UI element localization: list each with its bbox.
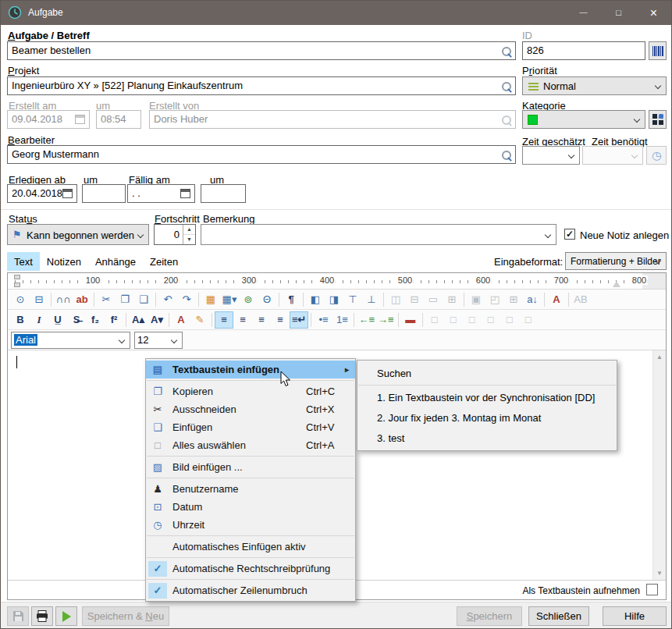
run-tool-button[interactable] (55, 606, 77, 626)
submenu-item-textbaustein-2[interactable]: 2. Jour fix jeden 3. Montag im Monat (357, 407, 617, 428)
font-size-select[interactable]: 12 (134, 332, 183, 349)
indent-marker-top[interactable] (14, 275, 20, 279)
undo-icon[interactable]: ↶ (158, 291, 177, 308)
submenu-item-suchen[interactable]: Suchen (357, 363, 617, 383)
menu-item-automatisches-einfuegen[interactable]: Automatisches Einfügen aktiv (146, 538, 355, 556)
spellcheck-icon[interactable]: AB (571, 291, 590, 308)
neue-notiz-checkbox[interactable]: ✓ (564, 229, 575, 240)
maximize-button[interactable]: □ (601, 1, 636, 25)
subscript-icon[interactable]: f₂ (86, 311, 105, 329)
border-inner-icon[interactable]: □ (463, 311, 482, 329)
faellig-am-input[interactable]: . . (127, 184, 195, 203)
prioritaet-select[interactable]: Normal (522, 76, 667, 95)
projekt-input[interactable]: Ingenieurbüro XY » [522] Planung Einkauf… (7, 76, 516, 95)
submenu-item-textbaustein-1[interactable]: 1. Ein Textbaustein vor der Synchronisat… (357, 387, 617, 407)
stepper-buttons[interactable]: ▲▼ (183, 225, 195, 244)
delete-row-icon[interactable]: ⊟ (405, 291, 424, 308)
barcode-button[interactable] (649, 41, 667, 60)
search-icon[interactable] (501, 150, 512, 161)
close-button[interactable]: × (636, 1, 671, 25)
erledigen-ab-input[interactable]: 20.04.2018 (7, 184, 77, 203)
shrink-font-icon[interactable]: A▾ (148, 311, 166, 329)
font-color-icon[interactable]: A (172, 311, 190, 329)
menu-item-bild-einfuegen[interactable]: ▨ Bild einfügen ... (146, 458, 355, 476)
vertical-scrollbar[interactable]: ▲ ▼ (652, 350, 666, 580)
schliessen-button[interactable]: Schließen (528, 606, 589, 626)
insert-time-icon[interactable]: Θ (258, 291, 276, 308)
pilcrow-icon[interactable]: ¶ (282, 291, 300, 308)
hilfe-button[interactable]: Hilfe (603, 606, 667, 626)
minimize-button[interactable]: ─ (566, 1, 601, 25)
superscript-icon[interactable]: f² (105, 311, 123, 329)
print-icon[interactable]: ⊟ (30, 291, 48, 308)
numbered-list-icon[interactable]: 1≡ (332, 311, 351, 329)
bullet-list-icon[interactable]: •≡ (314, 311, 332, 329)
underline-icon[interactable]: U̲ (48, 311, 67, 329)
find-icon[interactable]: ∩∩ (54, 291, 73, 308)
insert-column-left-icon[interactable]: ◧ (306, 291, 325, 308)
align-right-icon[interactable]: ≡ (252, 311, 271, 329)
bold-icon[interactable]: B (11, 311, 30, 329)
paste-icon[interactable]: ❑ (134, 291, 153, 308)
stepper-up-icon[interactable]: ▲ (183, 225, 195, 235)
table-borders-icon[interactable]: ⊞ (504, 291, 523, 308)
insert-column-right-icon[interactable]: ◨ (325, 291, 343, 308)
insert-table-icon[interactable]: ▦▾ (220, 291, 239, 308)
tab-notizen[interactable]: Notizen (40, 252, 88, 271)
als-textbaustein-checkbox[interactable] (646, 584, 658, 595)
border-left-icon[interactable]: □ (482, 311, 500, 329)
insert-image-icon[interactable]: ▦ (201, 291, 220, 308)
menu-item-einfuegen[interactable]: ❑ Einfügen Ctrl+V (146, 418, 355, 436)
split-cells-icon[interactable]: ◰ (485, 291, 504, 308)
tab-anhaenge[interactable]: Anhänge (88, 252, 143, 271)
cut-icon[interactable]: ✂ (97, 291, 116, 308)
indent-marker-bottom[interactable] (14, 283, 20, 287)
menu-item-datum[interactable]: ⊡ Datum (146, 498, 355, 516)
merge-cells-icon[interactable]: ▣ (467, 291, 485, 308)
border-none-icon[interactable]: □ (519, 311, 538, 329)
kategorie-grid-button[interactable] (649, 110, 667, 129)
border-right-icon[interactable]: □ (500, 311, 519, 329)
highlight-icon[interactable]: ✎ (190, 311, 209, 329)
bearbeiter-input[interactable]: Georg Mustermann (7, 145, 516, 164)
calendar-icon[interactable] (180, 189, 190, 198)
eingabeformat-select[interactable]: Formatierung + Bilder (565, 252, 667, 270)
stepper-down-icon[interactable]: ▼ (183, 235, 195, 244)
right-indent-marker[interactable] (613, 281, 620, 287)
zeit-geschaetzt-select[interactable] (522, 146, 580, 165)
bemerkung-select[interactable] (201, 224, 556, 245)
outdent-icon[interactable]: ←≡ (357, 311, 376, 329)
border-outer-icon[interactable]: □ (444, 311, 463, 329)
menu-item-benutzername[interactable]: ♟ Benutzername (146, 480, 355, 498)
copy-icon[interactable]: ❐ (116, 291, 134, 308)
scroll-down-icon[interactable]: ▼ (653, 567, 666, 580)
kategorie-select[interactable] (522, 110, 645, 129)
wrap-text-icon[interactable]: ≡↵ (290, 311, 308, 329)
clear-format-icon[interactable]: A (547, 291, 566, 308)
align-center-icon[interactable]: ≡ (233, 311, 252, 329)
sort-az-icon[interactable]: a↓ (523, 291, 542, 308)
insert-link-icon[interactable]: ⊚ (239, 291, 258, 308)
italic-icon[interactable]: I (30, 311, 48, 329)
fortschritt-stepper[interactable]: 0 ▲▼ (154, 224, 196, 245)
insert-row-above-icon[interactable]: ⊤ (343, 291, 362, 308)
indent-icon[interactable]: →≡ (376, 311, 396, 329)
scroll-up-icon[interactable]: ▲ (653, 350, 666, 364)
menu-item-uhrzeit[interactable]: ◷ Uhrzeit (146, 516, 355, 534)
search-icon[interactable] (501, 46, 512, 57)
replace-icon[interactable]: ab (73, 291, 91, 308)
delete-cell-icon[interactable]: ▭ (424, 291, 443, 308)
insert-row-below-icon[interactable]: ⊥ (362, 291, 381, 308)
faellig-um-input[interactable] (201, 184, 246, 203)
align-left-icon[interactable]: ≡ (215, 311, 233, 329)
erledigen-um-input[interactable] (82, 184, 126, 203)
strikethrough-icon[interactable]: S̶ (67, 311, 86, 329)
horizontal-rule-icon[interactable]: ▬ (401, 311, 420, 329)
menu-item-rechtschreibpruefung[interactable]: ✓ Automatische Rechtschreibprüfung (146, 560, 355, 577)
grow-font-icon[interactable]: A▴ (129, 311, 148, 329)
search-icon[interactable] (501, 81, 512, 92)
menu-item-textbaustein-einfuegen[interactable]: ▤ Textbaustein einfügen ▸ (146, 361, 355, 378)
submenu-item-textbaustein-3[interactable]: 3. test (357, 428, 617, 448)
delete-table-icon[interactable]: ⊞ (443, 291, 461, 308)
print-tool-button[interactable] (31, 606, 53, 626)
